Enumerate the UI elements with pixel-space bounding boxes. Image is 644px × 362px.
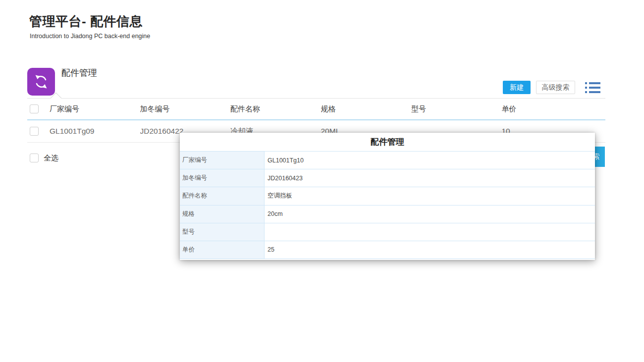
modal-field-row: 规格20cm bbox=[180, 206, 595, 223]
list-icon-row bbox=[585, 82, 601, 84]
field-label: 加冬编号 bbox=[180, 169, 265, 187]
page-title: 管理平台- 配件信息 bbox=[29, 13, 143, 30]
field-value[interactable]: JD20160423 bbox=[265, 169, 595, 187]
row-checkbox[interactable] bbox=[30, 127, 39, 136]
field-label: 厂家编号 bbox=[180, 152, 265, 169]
column-header: 加冬编号 bbox=[140, 104, 231, 114]
column-header: 配件名称 bbox=[230, 104, 321, 114]
field-label: 单价 bbox=[180, 241, 265, 259]
modal-title: 配件管理 bbox=[180, 133, 595, 151]
modal-field-table: 厂家编号GL1001Tg10加冬编号JD20160423配件名称空调挡板规格20… bbox=[180, 151, 595, 259]
modal-field-row: 配件名称空调挡板 bbox=[180, 187, 595, 205]
sync-arrows-icon bbox=[27, 68, 55, 96]
table-header-row: 厂家编号加冬编号配件名称规格型号单价 bbox=[27, 99, 605, 120]
section-title: 配件管理 bbox=[61, 67, 97, 79]
part-detail-modal: 配件管理 厂家编号GL1001Tg10加冬编号JD20160423配件名称空调挡… bbox=[180, 133, 595, 260]
new-button[interactable]: 新建 bbox=[503, 81, 531, 94]
column-header: 型号 bbox=[411, 104, 502, 114]
field-label: 型号 bbox=[180, 223, 265, 241]
field-label: 规格 bbox=[180, 206, 265, 223]
column-header: 厂家编号 bbox=[50, 104, 140, 114]
modal-field-row: 加冬编号JD20160423 bbox=[180, 169, 595, 187]
select-all-label: 全选 bbox=[44, 154, 58, 163]
modal-field-row: 型号 bbox=[180, 223, 595, 241]
field-value[interactable]: GL1001Tg10 bbox=[265, 152, 595, 169]
list-icon-row bbox=[585, 91, 601, 93]
select-all-checkbox[interactable] bbox=[30, 154, 39, 162]
field-value[interactable]: 空调挡板 bbox=[265, 187, 595, 205]
column-header: 规格 bbox=[321, 104, 412, 114]
modal-field-row: 单价25 bbox=[180, 241, 595, 259]
page-subtitle: Introduction to Jiadong PC back-end engi… bbox=[30, 33, 150, 40]
sync-arrows-glyph bbox=[32, 73, 50, 91]
advanced-search-button[interactable]: 高级搜索 bbox=[536, 81, 575, 94]
list-icon-row bbox=[585, 87, 601, 89]
field-value[interactable]: 25 bbox=[265, 241, 595, 259]
modal-field-row: 厂家编号GL1001Tg10 bbox=[180, 152, 595, 169]
column-header: 单价 bbox=[502, 104, 592, 114]
table-cell: GL1001Tg09 bbox=[50, 127, 140, 136]
select-all-header-checkbox[interactable] bbox=[30, 104, 39, 113]
list-view-icon[interactable] bbox=[585, 82, 601, 93]
field-value[interactable] bbox=[265, 223, 595, 241]
field-value[interactable]: 20cm bbox=[265, 206, 595, 223]
field-label: 配件名称 bbox=[180, 187, 265, 205]
